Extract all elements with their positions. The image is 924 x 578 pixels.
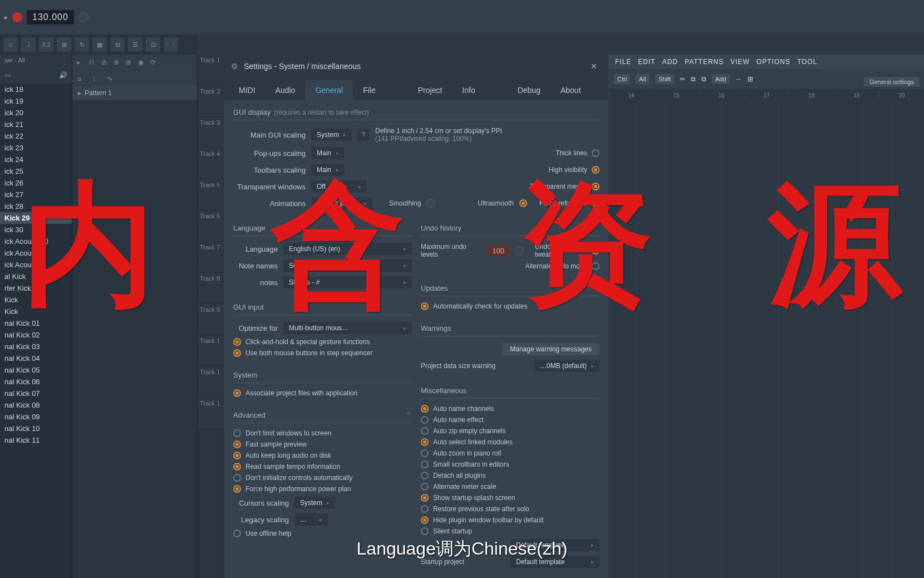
play-icon[interactable]: ▸ <box>4 13 8 21</box>
tab-audio[interactable]: Audio <box>266 80 306 100</box>
track-row[interactable]: Track 5 <box>198 179 224 210</box>
toggle-splash-screen[interactable] <box>421 494 429 502</box>
play-icon[interactable]: ▸ <box>77 58 86 67</box>
toggle-small-scrollbars[interactable] <box>421 461 429 468</box>
browser-item[interactable]: ick 20 <box>0 107 72 119</box>
browser-item[interactable]: nal Kick 03 <box>0 341 72 352</box>
playlist-grid[interactable] <box>608 101 924 578</box>
toggle-high-visibility[interactable] <box>592 166 599 174</box>
magnet-icon[interactable]: ⊓ <box>89 58 98 67</box>
toggle-undo-knob[interactable] <box>592 247 599 254</box>
browser-item[interactable]: Kick <box>0 306 72 317</box>
tab-project[interactable]: Project <box>408 80 453 100</box>
tab-about[interactable]: About <box>551 80 591 100</box>
tab-midi[interactable]: MIDI <box>229 80 266 100</box>
tempo-display[interactable]: 130.000 <box>27 10 74 25</box>
arrow-icon[interactable]: → <box>735 75 742 83</box>
dropdown-popups-scaling[interactable]: Main▸ <box>311 147 345 159</box>
menu-patterns[interactable]: PATTERNS <box>682 58 726 66</box>
wave-icon[interactable]: ⩍ <box>78 75 81 82</box>
dropdown-transparent-windows[interactable]: Off▸ <box>311 180 367 193</box>
close-button[interactable]: ✕ <box>586 58 602 74</box>
browser-item[interactable]: nal Kick 09 <box>0 411 72 423</box>
browser-item[interactable]: ick 27 <box>0 189 72 200</box>
toggle-dont-limit-windows[interactable] <box>233 429 241 437</box>
dropdown-legacy-scaling[interactable]: …▸ <box>294 513 328 526</box>
tab-debug[interactable]: Debug <box>508 80 551 100</box>
toggle-auto-name-channels[interactable] <box>421 405 429 413</box>
browser-item[interactable]: ick 21 <box>0 119 72 130</box>
menu-edit[interactable]: EDIT <box>636 58 657 66</box>
toggle-auto-update[interactable] <box>421 302 429 310</box>
browser-item[interactable]: nal Kick 05 <box>0 364 72 376</box>
dropdown-toolbars-scaling[interactable]: Main▸ <box>311 164 345 176</box>
dropdown-cursors-scaling[interactable]: System▸ <box>294 497 335 509</box>
tool-icon[interactable]: ⊕ <box>114 58 122 67</box>
toggle-auto-select-linked[interactable] <box>421 438 429 446</box>
menu-view[interactable]: VIEW <box>728 58 752 66</box>
browser-item[interactable]: ick 19 <box>0 95 72 107</box>
tool-icon[interactable]: ⊞ <box>748 75 753 83</box>
browser-item[interactable]: nal Kick 07 <box>0 388 72 399</box>
menu-file[interactable]: FILE <box>613 58 633 66</box>
tab-general[interactable]: General <box>305 80 353 100</box>
tool-icon[interactable]: ⌂ <box>3 37 18 52</box>
browser-item[interactable]: nal Kick 11 <box>0 434 72 446</box>
toggle-thick-lines[interactable] <box>592 149 599 157</box>
toggle-dont-init[interactable] <box>233 474 241 482</box>
browser-item[interactable]: rter Kick <box>0 282 72 294</box>
toggle-silent-startup[interactable] <box>421 527 429 535</box>
browser-item[interactable]: Kick 29 <box>0 212 72 224</box>
browser-item[interactable]: ick 24 <box>0 154 72 165</box>
help-button[interactable]: ? <box>357 129 370 141</box>
browser-item[interactable]: nal Kick 10 <box>0 423 72 434</box>
dropdown-data-size[interactable]: …0MB (default)▸ <box>534 360 599 372</box>
toggle-force-refresh[interactable] <box>592 199 599 207</box>
record-button[interactable] <box>12 12 22 22</box>
general-settings-label[interactable]: General settings <box>864 77 920 87</box>
pulse-icon[interactable]: ⫶ <box>92 75 96 82</box>
tool-3x[interactable]: 3.2 <box>39 37 53 52</box>
track-row[interactable]: Track 8 <box>198 273 224 304</box>
track-row[interactable]: Track 6 <box>198 210 224 242</box>
toggle-fast-sample[interactable] <box>233 440 241 448</box>
button-manage-warnings[interactable]: Manage warning messages <box>502 343 599 355</box>
menu-add[interactable]: ADD <box>660 58 680 66</box>
tempo-knob[interactable] <box>78 12 89 22</box>
track-row[interactable]: Track 1 <box>198 55 224 86</box>
toggle-auto-zip[interactable] <box>421 427 429 435</box>
section-advanced[interactable]: Advanced ⌃ <box>233 408 412 423</box>
browser-item[interactable]: ick 25 <box>0 165 72 177</box>
tab-info[interactable]: Info <box>452 80 485 100</box>
dropdown-main-scaling[interactable]: System▸ <box>311 129 352 141</box>
browser-item[interactable]: ick Acoustic <box>0 259 72 271</box>
pattern-row[interactable]: ▸ Pattern 1 <box>72 86 197 101</box>
add-button[interactable]: Add <box>712 74 730 84</box>
copy-icon[interactable]: ⧉ <box>691 75 696 83</box>
link-icon[interactable]: ⊘ <box>101 58 110 67</box>
folder-icon[interactable]: ▭ <box>4 71 11 81</box>
toggle-hide-plugin-toolbar[interactable] <box>421 516 429 524</box>
track-row[interactable]: Track 2 <box>198 86 224 117</box>
track-row[interactable]: Track 9 <box>198 304 224 335</box>
input-max-undo[interactable]: 100 <box>486 245 510 257</box>
tool-icon[interactable]: ⊞ <box>57 37 71 52</box>
tool-icon[interactable]: ⊗ <box>126 58 135 67</box>
metronome-icon[interactable]: ♩ <box>21 37 36 52</box>
track-row[interactable]: Track 1 <box>198 398 224 429</box>
browser-item[interactable]: nal Kick 06 <box>0 376 72 388</box>
browser-item[interactable]: nal Kick 08 <box>0 399 72 411</box>
cut-icon[interactable]: ✂ <box>680 75 685 83</box>
dropdown-animations[interactable]: Make it pretty▸ <box>311 197 372 209</box>
tool-icon[interactable]: ▦ <box>92 37 107 52</box>
browser-item[interactable]: nal Kick 01 <box>0 317 72 329</box>
dropdown-note-names[interactable]: Solf… do, re, mi, …)▸ <box>283 259 412 272</box>
tool-icon[interactable]: ◉ <box>138 58 147 67</box>
track-row[interactable]: Track 7 <box>198 242 224 273</box>
tool-icon[interactable]: ↻ <box>75 37 89 52</box>
toggle-associate-files[interactable] <box>233 389 241 397</box>
browser-item[interactable]: ick Acoustic 0 <box>0 236 72 247</box>
track-row[interactable]: Track 1 <box>198 366 224 398</box>
toggle-force-perf[interactable] <box>233 485 241 493</box>
track-row[interactable]: Track 1 <box>198 335 224 366</box>
